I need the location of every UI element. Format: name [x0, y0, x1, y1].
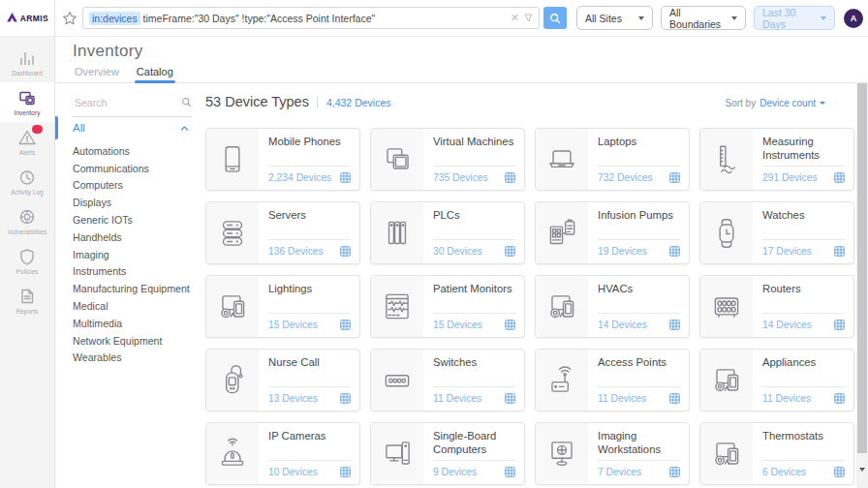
tab-overview[interactable]: Overview: [73, 60, 121, 82]
device-count-link[interactable]: 11 Devices: [433, 393, 481, 404]
device-count-link[interactable]: 17 Devices: [762, 246, 812, 257]
table-view-icon[interactable]: [834, 246, 845, 257]
device-type-card-imaging-workstations[interactable]: Imaging Workstations7 Devices: [535, 422, 690, 485]
vulnerabilities-icon: [17, 207, 37, 227]
boundaries-filter-dropdown[interactable]: All Boundaries: [661, 6, 746, 30]
device-type-card-laptops[interactable]: Laptops732 Devices: [535, 128, 690, 191]
category-item-computers[interactable]: Computers: [73, 177, 201, 195]
device-count-link[interactable]: 11 Devices: [598, 393, 646, 404]
devices-total-link[interactable]: 4,432 Devices: [317, 97, 391, 108]
table-view-icon[interactable]: [505, 320, 515, 330]
device-type-card-servers[interactable]: Servers136 Devices: [205, 201, 360, 264]
device-type-card-virtual-machines[interactable]: Virtual Machines735 Devices: [370, 128, 525, 191]
device-type-card-measuring-instruments[interactable]: Measuring Instruments291 Devices: [699, 128, 854, 191]
category-item-network-equipment[interactable]: Network Equipment: [73, 332, 201, 350]
device-type-card-infusion-pumps[interactable]: Infusion Pumps19 Devices: [535, 201, 690, 264]
device-count-link[interactable]: 15 Devices: [268, 320, 318, 330]
device-count-link[interactable]: 14 Devices: [762, 320, 812, 330]
table-view-icon[interactable]: [340, 393, 351, 404]
table-view-icon[interactable]: [505, 246, 515, 257]
table-view-icon[interactable]: [505, 172, 515, 183]
table-view-icon[interactable]: [340, 172, 351, 183]
table-view-icon[interactable]: [505, 393, 515, 404]
favorite-star-icon[interactable]: [61, 10, 78, 27]
category-all-row[interactable]: All: [55, 116, 201, 139]
table-view-icon[interactable]: [340, 467, 351, 477]
table-view-icon[interactable]: [834, 320, 845, 330]
sidebar-item-activity-log[interactable]: Activity Log: [0, 162, 54, 201]
sidebar-item-inventory[interactable]: Inventory: [0, 82, 54, 122]
sidebar-item-reports[interactable]: Reports: [0, 281, 54, 320]
category-item-multimedia[interactable]: Multimedia: [73, 315, 201, 332]
device-count-link[interactable]: 11 Devices: [762, 393, 811, 404]
scroll-down-icon[interactable]: [859, 468, 865, 472]
user-avatar[interactable]: A: [844, 9, 863, 28]
category-item-communications[interactable]: Communications: [73, 160, 201, 177]
chevron-up-icon[interactable]: [180, 124, 189, 133]
device-count-link[interactable]: 15 Devices: [433, 320, 482, 330]
device-type-card-nurse-call[interactable]: Nurse Call13 Devices: [205, 349, 360, 412]
table-view-icon[interactable]: [669, 320, 680, 330]
scrollbar-thumb[interactable]: [857, 83, 867, 453]
device-count-link[interactable]: 14 Devices: [598, 320, 647, 330]
device-type-card-routers[interactable]: Routers14 Devices: [699, 275, 854, 338]
table-view-icon[interactable]: [834, 467, 845, 477]
timeframe-filter-dropdown[interactable]: Last 30 Days: [754, 6, 835, 30]
armis-logo[interactable]: ARMIS: [0, 0, 54, 37]
table-view-icon[interactable]: [669, 246, 680, 257]
clear-search-icon[interactable]: ✕: [511, 13, 519, 23]
sidebar-item-vulnerabilities[interactable]: Vulnerabilities: [0, 201, 54, 241]
category-item-displays[interactable]: Displays: [73, 194, 201, 211]
category-item-generic-iots[interactable]: Generic IOTs: [73, 211, 201, 229]
table-view-icon[interactable]: [505, 467, 515, 477]
sidebar-item-dashboard[interactable]: Dashboard: [0, 43, 54, 82]
category-item-wearables[interactable]: Wearables: [73, 350, 201, 367]
category-item-medical[interactable]: Medical: [73, 297, 201, 315]
device-search-input[interactable]: in:devices timeFrame:"30 Days" !type:"Ac…: [82, 7, 540, 29]
device-type-card-mobile-phones[interactable]: Mobile Phones2,234 Devices: [205, 128, 360, 191]
device-count-link[interactable]: 13 Devices: [268, 393, 318, 404]
device-type-card-thermostats[interactable]: Thermostats6 Devices: [699, 422, 854, 485]
device-count-link[interactable]: 732 Devices: [598, 172, 653, 183]
category-item-handhelds[interactable]: Handhelds: [73, 229, 201, 246]
table-view-icon[interactable]: [669, 393, 680, 404]
table-view-icon[interactable]: [834, 172, 845, 183]
sidebar-item-policies[interactable]: Policies: [0, 241, 54, 281]
category-item-imaging[interactable]: Imaging: [73, 246, 201, 263]
device-type-card-single-board-computers[interactable]: Single-Board Computers9 Devices: [370, 422, 525, 485]
sort-value-dropdown[interactable]: Device count: [760, 98, 825, 108]
table-view-icon[interactable]: [834, 393, 845, 404]
device-type-card-hvacs[interactable]: HVACs14 Devices: [535, 275, 690, 338]
device-count-link[interactable]: 2,234 Devices: [268, 172, 331, 183]
device-type-card-access-points[interactable]: Access Points11 Devices: [535, 349, 690, 412]
tab-catalog[interactable]: Catalog: [135, 60, 175, 82]
device-count-link[interactable]: 19 Devices: [598, 246, 647, 257]
device-type-card-lightings[interactable]: Lightings15 Devices: [205, 275, 360, 338]
device-count-link[interactable]: 291 Devices: [762, 172, 818, 183]
sites-filter-dropdown[interactable]: All Sites: [576, 6, 653, 30]
device-count-link[interactable]: 10 Devices: [268, 467, 318, 477]
device-type-card-watches[interactable]: Watches17 Devices: [699, 201, 854, 264]
table-view-icon[interactable]: [340, 320, 351, 330]
device-type-card-plcs[interactable]: PLCs30 Devices: [370, 201, 525, 264]
device-type-card-patient-monitors[interactable]: Patient Monitors15 Devices: [370, 275, 525, 338]
device-count-link[interactable]: 9 Devices: [433, 467, 477, 477]
category-search-input[interactable]: [73, 96, 181, 109]
device-count-link[interactable]: 735 Devices: [433, 172, 488, 183]
device-type-card-switches[interactable]: Switches11 Devices: [370, 349, 525, 412]
table-view-icon[interactable]: [340, 246, 351, 257]
filter-funnel-icon[interactable]: [524, 14, 533, 22]
device-type-card-ip-cameras[interactable]: IP Cameras10 Devices: [205, 422, 360, 485]
category-item-instruments[interactable]: Instruments: [73, 263, 201, 281]
device-count-link[interactable]: 136 Devices: [268, 246, 324, 257]
device-type-card-appliances[interactable]: Appliances11 Devices: [699, 349, 854, 412]
search-button[interactable]: [543, 7, 567, 29]
device-count-link[interactable]: 7 Devices: [598, 467, 641, 477]
table-view-icon[interactable]: [669, 467, 680, 477]
device-count-link[interactable]: 30 Devices: [433, 246, 482, 257]
device-count-link[interactable]: 6 Devices: [762, 467, 806, 477]
table-view-icon[interactable]: [669, 172, 680, 183]
category-item-automations[interactable]: Automations: [73, 142, 201, 160]
sidebar-item-alerts[interactable]: Alerts: [0, 122, 54, 162]
category-item-manufacturing-equipment[interactable]: Manufacturing Equipment: [73, 280, 201, 297]
